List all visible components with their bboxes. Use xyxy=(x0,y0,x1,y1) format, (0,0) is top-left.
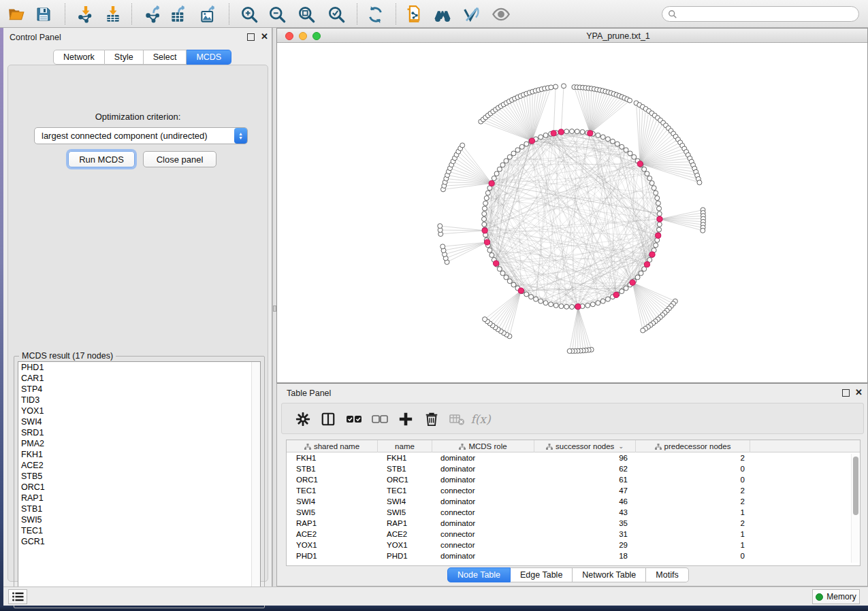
table-row[interactable]: FKH1FKH1dominator962 xyxy=(287,452,860,463)
deselect-all-icon[interactable] xyxy=(370,410,389,429)
add-column-icon[interactable] xyxy=(396,410,415,429)
table-row[interactable]: PHD1PHD1dominator180 xyxy=(287,550,860,561)
zoom-selected-icon[interactable] xyxy=(327,5,346,24)
node-table-header[interactable]: shared namenameMCDS rolesuccessor nodes⌄… xyxy=(287,440,860,452)
zoom-in-icon[interactable] xyxy=(240,5,259,24)
new-network-from-selection-icon[interactable] xyxy=(404,5,423,24)
mcds-result-group: MCDS result (17 nodes) PHD1CAR1STP4TID3Y… xyxy=(14,356,265,608)
status-bar: Memory xyxy=(3,587,868,606)
tab-network-table[interactable]: Network Table xyxy=(573,567,646,582)
tab-edge-table[interactable]: Edge Table xyxy=(511,567,573,582)
memory-button[interactable]: Memory xyxy=(812,589,860,604)
list-item[interactable]: SWI5 xyxy=(18,514,260,525)
cell-predecessor_nodes: 2 xyxy=(636,519,750,527)
binoculars-icon[interactable] xyxy=(433,5,452,24)
table-scrollbar-thumb[interactable] xyxy=(853,457,858,515)
import-network-icon[interactable] xyxy=(76,5,95,24)
list-item[interactable]: YOX1 xyxy=(18,406,260,416)
list-item[interactable]: SRD1 xyxy=(18,427,260,438)
network-graph[interactable] xyxy=(277,43,867,382)
list-item[interactable]: STB5 xyxy=(18,471,260,482)
list-item[interactable]: ORC1 xyxy=(18,482,260,493)
table-toolbar: f(x) xyxy=(281,403,864,434)
task-history-button[interactable] xyxy=(8,589,27,604)
tab-select[interactable]: Select xyxy=(144,50,187,65)
delete-table-icon[interactable] xyxy=(447,410,466,429)
list-item[interactable]: TID3 xyxy=(18,395,260,406)
memory-status-icon xyxy=(816,593,823,601)
list-item[interactable]: CAR1 xyxy=(18,373,260,384)
mcds-result-list[interactable]: PHD1CAR1STP4TID3YOX1SWI4SRD1PMA2FKH1ACE2… xyxy=(18,361,261,604)
mcds-list-scrollbar[interactable] xyxy=(251,362,260,604)
show-columns-icon[interactable] xyxy=(319,410,338,429)
node-table[interactable]: shared namenameMCDS rolesuccessor nodes⌄… xyxy=(286,440,861,566)
optimization-criterion-select[interactable]: largest connected component (undirected)… xyxy=(34,127,248,144)
close-panel-button[interactable]: Close panel xyxy=(143,151,216,167)
list-item[interactable]: PMA2 xyxy=(18,438,260,449)
table-settings-gear-icon[interactable] xyxy=(293,410,312,429)
close-panel-icon[interactable]: ✕ xyxy=(855,388,863,397)
cell-successor_nodes: 47 xyxy=(534,486,636,495)
maximize-window-icon[interactable] xyxy=(312,32,321,40)
list-item[interactable]: PHD1 xyxy=(18,362,260,373)
zoom-out-icon[interactable] xyxy=(268,5,287,24)
list-item[interactable]: STP4 xyxy=(18,384,260,395)
tab-network[interactable]: Network xyxy=(53,50,105,65)
tab-node-table[interactable]: Node Table xyxy=(447,567,511,582)
table-row[interactable]: RAP1RAP1dominator352 xyxy=(287,518,860,529)
table-row[interactable]: SWI4SWI4dominator462 xyxy=(287,496,860,507)
cell-predecessor_nodes: 0 xyxy=(636,552,750,560)
column-type-icon xyxy=(546,444,553,450)
toggle-details-icon[interactable] xyxy=(462,5,481,24)
close-window-icon[interactable] xyxy=(285,32,293,40)
table-row[interactable]: STB1STB1dominator620 xyxy=(287,463,860,474)
list-item[interactable]: ACE2 xyxy=(18,460,260,471)
open-file-icon[interactable] xyxy=(7,5,26,24)
list-item[interactable]: SWI4 xyxy=(18,416,260,427)
column-header-predecessor-nodes[interactable]: predecessor nodes xyxy=(636,440,750,452)
export-image-icon[interactable] xyxy=(199,5,218,24)
list-item[interactable]: STB1 xyxy=(18,503,260,514)
select-all-icon[interactable] xyxy=(344,410,364,429)
cell-name: ACE2 xyxy=(378,530,432,538)
list-item[interactable]: GCR1 xyxy=(18,536,260,547)
minimize-window-icon[interactable] xyxy=(299,32,307,40)
table-row[interactable]: SWI5SWI5connector431 xyxy=(287,507,860,518)
cell-mcds_role: dominator xyxy=(432,552,534,560)
table-row[interactable]: ACE2ACE2connector311 xyxy=(287,529,860,540)
column-header-MCDS-role[interactable]: MCDS role xyxy=(432,440,534,452)
toolbar-search[interactable] xyxy=(662,6,859,22)
table-scrollbar[interactable] xyxy=(851,454,859,563)
float-window-icon[interactable] xyxy=(247,33,255,41)
float-window-icon[interactable] xyxy=(842,389,850,397)
cell-shared_name: SWI5 xyxy=(287,508,378,516)
list-item[interactable]: RAP1 xyxy=(18,493,260,503)
function-builder-icon[interactable]: f(x) xyxy=(471,410,490,429)
import-table-icon[interactable] xyxy=(103,5,123,24)
zoom-fit-icon[interactable] xyxy=(297,5,316,24)
cell-successor_nodes: 46 xyxy=(534,497,636,506)
run-mcds-button[interactable]: Run MCDS xyxy=(68,151,135,167)
save-session-icon[interactable] xyxy=(34,5,53,24)
cell-mcds_role: connector xyxy=(432,486,534,495)
close-panel-icon[interactable]: ✕ xyxy=(261,32,268,42)
list-item[interactable]: FKH1 xyxy=(18,449,260,460)
column-type-icon xyxy=(304,444,311,450)
export-network-icon[interactable] xyxy=(144,5,163,24)
eye-icon[interactable] xyxy=(492,5,511,24)
list-item[interactable]: TEC1 xyxy=(18,525,260,536)
column-header-successor-nodes[interactable]: successor nodes⌄ xyxy=(534,440,636,452)
column-header-shared-name[interactable]: shared name xyxy=(287,440,378,452)
search-input[interactable] xyxy=(677,8,858,20)
table-row[interactable]: ORC1ORC1dominator610 xyxy=(287,474,860,485)
refresh-icon[interactable] xyxy=(366,5,385,24)
tab-style[interactable]: Style xyxy=(105,50,144,65)
column-header-name[interactable]: name xyxy=(378,440,432,452)
tab-mcds[interactable]: MCDS xyxy=(187,50,231,65)
export-table-icon[interactable] xyxy=(169,5,188,24)
table-row[interactable]: TEC1TEC1connector472 xyxy=(287,485,860,496)
tab-motifs[interactable]: Motifs xyxy=(646,567,688,582)
table-row[interactable]: YOX1YOX1connector291 xyxy=(287,540,860,550)
network-view[interactable] xyxy=(277,43,867,382)
delete-column-trash-icon[interactable] xyxy=(422,410,441,429)
